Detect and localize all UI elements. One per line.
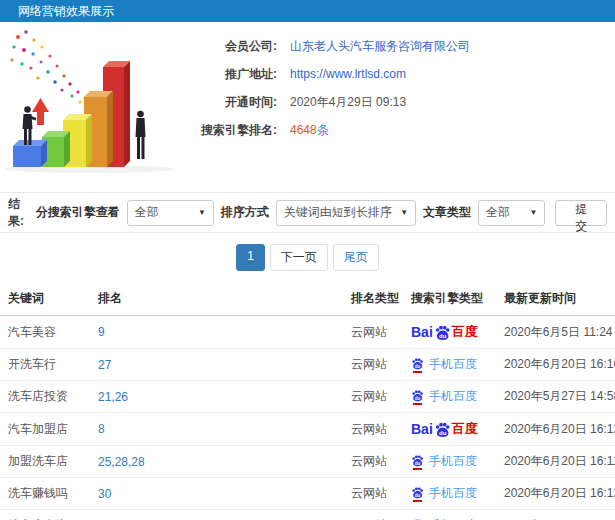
engine-cell: Baidu百度: [403, 316, 496, 349]
sort-select[interactable]: 关键词由短到长排序 ▼: [276, 200, 416, 226]
article-select-value: 全部: [486, 204, 510, 221]
bar-chart-graphic: [0, 22, 185, 190]
rank-cell: 8: [90, 413, 343, 446]
keyword-cell: 汽车加盟店: [0, 413, 90, 446]
open-time-label: 开通时间:: [185, 93, 277, 112]
sort-select-value: 关键词由短到长排序: [284, 204, 392, 221]
keyword-cell: 汽车美容: [0, 316, 90, 349]
filter-controls: 分搜索引擎查看 全部 ▼ 排序方式 关键词由短到长排序 ▼ 文章类型 全部 ▼ …: [36, 200, 607, 226]
table-row: 汽车美容9云网站Baidu百度2020年6月5日 11:24: [0, 316, 615, 349]
article-type-select[interactable]: 全部 ▼: [478, 200, 545, 226]
chevron-down-icon: ▼: [394, 208, 408, 217]
keyword-cell: 洗车店利润: [0, 510, 90, 520]
rank-link[interactable]: 21,26: [98, 390, 128, 404]
page-title: 网络营销效果展示: [18, 4, 114, 18]
rank-link[interactable]: 25,28,28: [98, 455, 145, 469]
table-row: 洗车赚钱吗30云网站du手机百度2020年6月20日 16:12: [0, 478, 615, 510]
table-row: 加盟洗车店25,28,28云网站du手机百度2020年6月20日 16:11: [0, 446, 615, 478]
updated-cell: 2020年6月5日 11:24: [496, 316, 615, 349]
header-keyword: 关键词: [0, 282, 90, 316]
field-url: 推广地址: https://www.lrtlsd.com: [185, 65, 470, 84]
baidu-paw-icon: du: [411, 357, 424, 370]
rank-link[interactable]: 27: [98, 358, 111, 372]
info-fields: 会员公司: 山东老人头汽车服务咨询有限公司 推广地址: https://www.…: [185, 22, 470, 192]
rank-type-cell: 云网站: [343, 316, 403, 349]
baidu-underline: [413, 371, 422, 373]
rank-link[interactable]: 30: [98, 487, 111, 501]
updated-cell: 2020年5月27日 14:58: [496, 381, 615, 413]
baidu-underline: [413, 468, 422, 470]
rank-cell: 9: [90, 316, 343, 349]
baidu-paw-icon: du: [434, 421, 451, 438]
engine-select[interactable]: 全部 ▼: [127, 200, 214, 226]
engine-cell: Baidu百度: [403, 413, 496, 446]
rank-count-unit[interactable]: 条: [317, 123, 329, 137]
results-table: 关键词 排名 排名类型 搜索引擎类型 最新更新时间 汽车美容9云网站Baidu百…: [0, 282, 615, 520]
baidu-paw-icon: du: [411, 486, 424, 499]
pagination: 1 下一页 尾页: [0, 233, 615, 280]
table-header-row: 关键词 排名 排名类型 搜索引擎类型 最新更新时间: [0, 282, 615, 316]
info-section: 会员公司: 山东老人头汽车服务咨询有限公司 推广地址: https://www.…: [0, 22, 615, 192]
header-engine-type: 搜索引擎类型: [403, 282, 496, 316]
keyword-cell: 洗车赚钱吗: [0, 478, 90, 510]
engine-rank-label: 搜索引擎排名:: [185, 121, 277, 140]
rank-link[interactable]: 8: [98, 422, 105, 436]
svg-text:du: du: [415, 492, 421, 497]
svg-text:du: du: [439, 332, 447, 338]
next-page-button[interactable]: 下一页: [270, 244, 328, 271]
bar-chart-illustration: [0, 22, 185, 190]
baidu-underline: [413, 500, 422, 502]
rank-type-cell: 云网站: [343, 349, 403, 381]
engine-rank-value: 4648条: [290, 121, 329, 140]
person-left: [23, 106, 37, 145]
company-link[interactable]: 山东老人头汽车服务咨询有限公司: [290, 37, 470, 56]
table-row: 汽车加盟店8云网站Baidu百度2020年6月20日 16:12: [0, 413, 615, 446]
page-header: 网络营销效果展示: [0, 0, 615, 22]
mobile-baidu-logo: du手机百度: [411, 388, 477, 405]
field-open-time: 开通时间: 2020年4月29日 09:13: [185, 93, 470, 112]
updated-cell: 2020年6月20日 16:12: [496, 413, 615, 446]
table-row: 开洗车行27云网站du手机百度2020年6月20日 16:16: [0, 349, 615, 381]
rank-count: 4648: [290, 123, 317, 137]
open-time-value: 2020年4月29日 09:13: [290, 93, 406, 112]
baidu-paw-icon: du: [411, 389, 424, 402]
rank-type-cell: 云网站: [343, 478, 403, 510]
page-1-button[interactable]: 1: [236, 244, 265, 271]
promotion-url-link[interactable]: https://www.lrtlsd.com: [290, 65, 406, 84]
engine-cell: du手机百度: [403, 478, 496, 510]
rank-type-cell: 云网站: [343, 446, 403, 478]
result-label: 结果:: [8, 196, 36, 230]
updated-cell: 2020年6月20日 16:11: [496, 446, 615, 478]
keyword-cell: 加盟洗车店: [0, 446, 90, 478]
chevron-down-icon: ▼: [523, 208, 537, 217]
table-row: 洗车店投资21,26云网站du手机百度2020年5月27日 14:58: [0, 381, 615, 413]
rank-link[interactable]: 9: [98, 325, 105, 339]
updated-cell: 2020年6月20日 16:12: [496, 478, 615, 510]
rank-cell: 27: [90, 349, 343, 381]
url-label: 推广地址:: [185, 65, 277, 84]
mobile-baidu-logo: du手机百度: [411, 485, 477, 502]
header-updated: 最新更新时间: [496, 282, 615, 316]
header-rank-type: 排名类型: [343, 282, 403, 316]
mobile-baidu-logo: du手机百度: [411, 453, 477, 470]
keyword-cell: 洗车店投资: [0, 381, 90, 413]
baidu-paw-icon: du: [434, 324, 451, 341]
rank-cell: 25,28,28: [90, 446, 343, 478]
engine-cell: du手机百度: [403, 446, 496, 478]
header-rank: 排名: [90, 282, 343, 316]
filter-bar: 结果: 分搜索引擎查看 全部 ▼ 排序方式 关键词由短到长排序 ▼ 文章类型 全…: [0, 192, 615, 233]
sort-filter-label: 排序方式: [221, 204, 269, 221]
mobile-baidu-logo: du手机百度: [411, 356, 477, 373]
updated-cell: 2020年6月18日 14:27: [496, 510, 615, 520]
up-arrow-icon: [32, 98, 49, 125]
rank-cell: 30: [90, 478, 343, 510]
keyword-cell: 开洗车行: [0, 349, 90, 381]
baidu-logo: Baidu百度: [411, 323, 478, 341]
engine-cell: du手机百度: [403, 381, 496, 413]
submit-button[interactable]: 提交: [555, 200, 607, 226]
field-engine-rank: 搜索引擎排名: 4648条: [185, 121, 470, 140]
svg-text:du: du: [439, 429, 447, 435]
confetti-dots: [11, 30, 90, 105]
baidu-logo: Baidu百度: [411, 420, 478, 438]
last-page-button[interactable]: 尾页: [333, 244, 379, 271]
